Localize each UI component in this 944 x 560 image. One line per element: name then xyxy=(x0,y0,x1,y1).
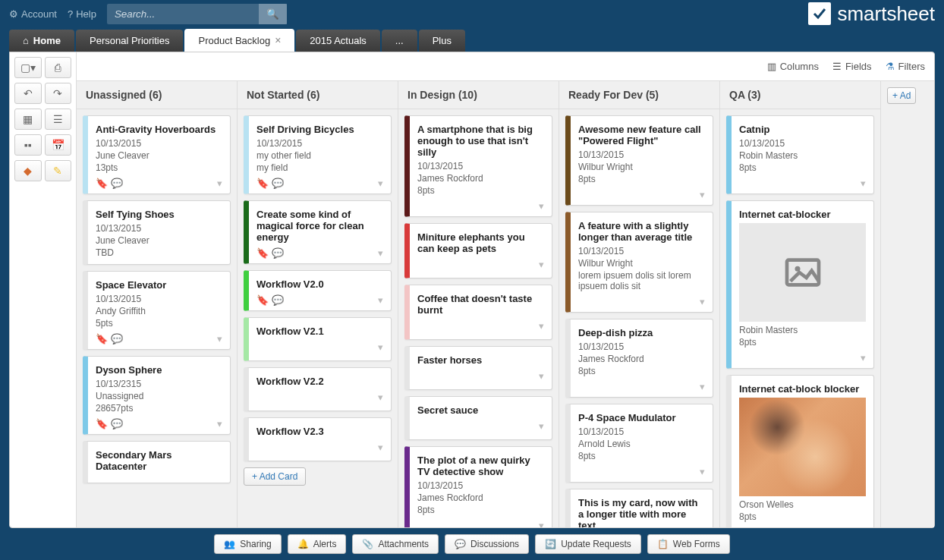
chevron-down-icon[interactable]: ▾ xyxy=(700,296,705,307)
kanban-card[interactable]: A smartphone that is big enough to use t… xyxy=(404,115,552,217)
kanban-card[interactable]: Create some kind of magical force for cl… xyxy=(244,200,392,264)
comment-icon[interactable]: 💬 xyxy=(272,294,284,306)
tool-highlight[interactable]: ✎ xyxy=(45,160,72,181)
tab-product-backlog[interactable]: Product Backlog× xyxy=(184,29,294,52)
kanban-card[interactable]: Faster horses▾ xyxy=(404,346,552,390)
chevron-down-icon[interactable]: ▾ xyxy=(217,418,222,429)
close-icon[interactable]: × xyxy=(275,34,281,46)
column-header[interactable]: Unassigned (6) xyxy=(77,81,237,109)
kanban-card[interactable]: Miniture elephants you can keep as pets▾ xyxy=(404,223,552,278)
kanban-card[interactable]: Space Elevator10/13/2015Andy Griffith5pt… xyxy=(83,271,231,350)
undo-button[interactable]: ↶ xyxy=(14,83,42,104)
sharing-button[interactable]: 👥Sharing xyxy=(214,534,281,554)
tab-personal-priorities[interactable]: Personal Priorities xyxy=(76,30,184,52)
kanban-card[interactable]: Workflow V2.0🔖💬▾ xyxy=(244,270,392,311)
kanban-card[interactable]: P-4 Space Mudulator10/13/2015Arnold Lewi… xyxy=(565,404,713,483)
card-meta: 10/13/2015 xyxy=(739,138,866,149)
kanban-card[interactable]: Anti-Gravity Hoverboards10/13/2015June C… xyxy=(83,115,231,194)
kanban-card[interactable]: Secondary Mars Datacenter xyxy=(83,441,231,483)
kanban-card[interactable]: Self Driving Bicycles10/13/2015my other … xyxy=(244,115,392,194)
tool-color[interactable]: ◆ xyxy=(14,160,42,181)
kanban-card[interactable]: Internet cat-blockerRobin Masters8pts▾ xyxy=(726,200,874,369)
kanban-card[interactable]: Dyson Sphere10/13/2315Unassigned28657pts… xyxy=(83,356,231,435)
kanban-card[interactable]: Coffee that doesn't taste burnt▾ xyxy=(404,285,552,340)
kanban-card[interactable]: Catnip10/13/2015Robin Masters8pts▾ xyxy=(726,115,874,194)
chevron-down-icon[interactable]: ▾ xyxy=(539,200,544,212)
kanban-card[interactable]: Workflow V2.3▾ xyxy=(244,417,392,461)
chevron-down-icon[interactable]: ▾ xyxy=(539,520,544,527)
kanban-card[interactable]: This is my card, now with a longer title… xyxy=(565,489,713,527)
search-input[interactable] xyxy=(107,4,259,24)
comment-icon[interactable]: 💬 xyxy=(111,418,123,429)
comment-icon[interactable]: 💬 xyxy=(111,333,123,344)
chevron-down-icon[interactable]: ▾ xyxy=(861,352,866,363)
tool-save[interactable]: ▢▾ xyxy=(14,57,42,78)
add-card-button[interactable]: + Add Card xyxy=(244,467,306,486)
tab--[interactable]: ... xyxy=(382,30,417,52)
columns-button[interactable]: ▥Columns xyxy=(767,61,819,72)
column-header[interactable]: In Design (10) xyxy=(398,81,559,109)
attachment-icon[interactable]: 🔖 xyxy=(96,333,108,344)
chevron-down-icon[interactable]: ▾ xyxy=(539,320,544,332)
update-requests-button[interactable]: 🔄Update Requests xyxy=(535,534,641,554)
column-header[interactable]: Not Started (6) xyxy=(238,81,398,109)
kanban-card[interactable]: Deep-dish pizza10/13/2015James Rockford8… xyxy=(565,319,713,398)
comment-icon[interactable]: 💬 xyxy=(111,178,123,189)
attachment-icon[interactable]: 🔖 xyxy=(256,247,269,259)
column-header[interactable]: QA (3) xyxy=(720,81,880,109)
redo-button[interactable]: ↷ xyxy=(45,83,72,104)
card-meta: 10/13/2015 xyxy=(417,480,544,491)
chevron-down-icon[interactable]: ▾ xyxy=(378,392,383,403)
column-header[interactable]: Ready For Dev (5) xyxy=(559,81,719,109)
chevron-down-icon[interactable]: ▾ xyxy=(700,189,705,200)
chevron-down-icon[interactable]: ▾ xyxy=(700,381,705,392)
attachment-icon[interactable]: 🔖 xyxy=(256,294,269,306)
kanban-card[interactable]: Workflow V2.2▾ xyxy=(244,367,392,411)
tab-label: Home xyxy=(33,35,61,46)
kanban-card[interactable]: Internet cat-block blockerOrson Welles8p… xyxy=(726,375,874,527)
calendar-view-button[interactable]: 📅 xyxy=(45,134,72,156)
chevron-down-icon[interactable]: ▾ xyxy=(378,294,383,306)
attachment-icon[interactable]: 🔖 xyxy=(256,178,269,189)
gantt-view-button[interactable]: ☰ xyxy=(45,109,72,130)
web-forms-button[interactable]: 📋Web Forms xyxy=(647,534,730,554)
account-link[interactable]: ⚙Account xyxy=(9,8,57,20)
kanban-card[interactable]: Self Tying Shoes10/13/2015June CleaverTB… xyxy=(83,200,231,265)
chevron-down-icon[interactable]: ▾ xyxy=(539,259,544,270)
kanban-card[interactable]: Workflow V2.1▾ xyxy=(244,317,392,361)
attachment-icon[interactable]: 🔖 xyxy=(96,418,108,429)
chevron-down-icon[interactable]: ▾ xyxy=(217,333,222,344)
chevron-down-icon[interactable]: ▾ xyxy=(378,341,383,353)
filters-button[interactable]: ⚗Filters xyxy=(886,61,925,72)
tab-plus[interactable]: Plus xyxy=(419,30,465,52)
comment-icon[interactable]: 💬 xyxy=(272,178,284,189)
alerts-button[interactable]: 🔔Alerts xyxy=(288,534,347,554)
kanban-card[interactable]: A feature with a slightly longer than av… xyxy=(565,212,713,313)
chevron-down-icon[interactable]: ▾ xyxy=(539,370,544,382)
attachment-icon[interactable]: 🔖 xyxy=(96,178,108,189)
help-link[interactable]: ?Help xyxy=(68,8,96,20)
search-button[interactable]: 🔍 xyxy=(259,4,287,24)
kanban-card[interactable]: The plot of a new quirky TV detective sh… xyxy=(404,446,552,527)
attachments-button[interactable]: 📎Attachments xyxy=(352,534,439,554)
fields-button[interactable]: ☰Fields xyxy=(832,61,872,72)
comment-icon[interactable]: 💬 xyxy=(272,247,284,259)
chevron-down-icon[interactable]: ▾ xyxy=(700,466,705,477)
card-view-button[interactable]: ▪▪ xyxy=(14,134,42,156)
tab-home[interactable]: ⌂Home xyxy=(9,30,74,52)
chevron-down-icon[interactable]: ▾ xyxy=(539,420,544,432)
tab-2015-actuals[interactable]: 2015 Actuals xyxy=(296,30,379,52)
kanban-card[interactable]: Awesome new feature call "Powered Flight… xyxy=(565,115,713,206)
add-column-button[interactable]: + Ad xyxy=(887,87,916,104)
chevron-down-icon[interactable]: ▾ xyxy=(861,527,866,527)
chevron-down-icon[interactable]: ▾ xyxy=(378,178,383,189)
left-toolbar: ▢▾ ⎙ ↶ ↷ ▦ ☰ ▪▪ 📅 ◆ ✎ xyxy=(10,52,77,527)
tool-save-alt[interactable]: ⎙ xyxy=(45,57,72,78)
chevron-down-icon[interactable]: ▾ xyxy=(861,178,866,189)
grid-view-button[interactable]: ▦ xyxy=(14,109,42,130)
chevron-down-icon[interactable]: ▾ xyxy=(217,178,222,189)
chevron-down-icon[interactable]: ▾ xyxy=(378,247,383,259)
kanban-card[interactable]: Secret sauce▾ xyxy=(404,396,552,440)
discussions-button[interactable]: 💬Discussions xyxy=(445,534,529,554)
chevron-down-icon[interactable]: ▾ xyxy=(378,442,383,453)
